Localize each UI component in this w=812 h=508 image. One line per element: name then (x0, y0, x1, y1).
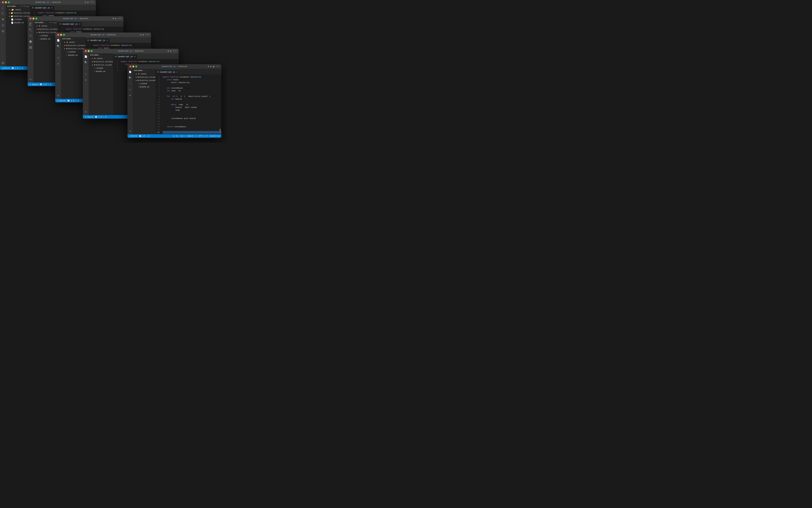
git-icon-2[interactable] (29, 34, 33, 38)
extensions-icon-5[interactable]: ⊞ (128, 93, 132, 97)
files-icon-2[interactable] (29, 22, 33, 26)
tab-close-2[interactable]: × (79, 23, 80, 26)
files-icon-5[interactable]: 📄 (128, 70, 132, 74)
branch-status-4[interactable]: ⎇ master (84, 116, 94, 118)
play-icon-5[interactable]: ▶ (210, 65, 212, 68)
tree-item-textmate[interactable]: ▶ 📁 Nineties_textmate (6, 11, 30, 15)
play-icon-2[interactable]: ▶ (115, 17, 116, 20)
settings-icon-3[interactable]: ⚙ (56, 94, 60, 97)
split-icon-4[interactable]: ⊞ (168, 50, 169, 52)
close-button[interactable] (2, 1, 4, 3)
tab-close-3[interactable]: × (106, 39, 108, 42)
tree-item-license-3[interactable]: □ LICENSE (61, 50, 85, 54)
warnings-status[interactable]: ⚠ 0 (20, 67, 23, 69)
refresh-icon[interactable]: ↻ (26, 5, 27, 8)
extensions-icon[interactable] (1, 29, 5, 33)
sync-status-2[interactable]: 🔄 (40, 83, 42, 85)
branch-status-5[interactable]: ⎇ master (129, 135, 138, 137)
split-icon-2[interactable]: ⊞ (112, 17, 114, 20)
menu-icon-4[interactable]: ••• (173, 50, 177, 52)
new-folder-icon[interactable]: □+ (22, 5, 25, 8)
tree-item-media-4[interactable]: ▶ ■ .media (89, 57, 113, 60)
maximize-button-4[interactable] (91, 50, 93, 52)
minimize-button-2[interactable] (33, 17, 35, 19)
git-icon-4[interactable]: ⑂ (84, 66, 88, 70)
search-icon-3[interactable]: 🔍 (56, 44, 60, 48)
debug-icon-3[interactable]: ⬡ (56, 56, 60, 60)
new-file-icon[interactable]: + (20, 5, 22, 8)
menu-icon-2[interactable]: ••• (118, 17, 122, 20)
minimize-button-4[interactable] (88, 50, 90, 52)
tab-js-1[interactable]: JS JavaScript.js × (30, 5, 54, 10)
maximize-button-2[interactable] (35, 17, 37, 19)
debug-icon-4[interactable]: ⬡ (84, 72, 88, 76)
play-icon-3[interactable]: ▶ (143, 34, 144, 36)
tab-close-1[interactable]: × (51, 7, 53, 9)
sync-status-5[interactable]: 🔄 (139, 135, 141, 137)
errors-status[interactable]: ⊘ 0 (15, 67, 18, 69)
git-icon[interactable] (1, 17, 5, 22)
errors-status-5[interactable]: ⊘ 0 (143, 135, 145, 137)
tab-close-4[interactable]: × (134, 55, 135, 58)
tab-js-3[interactable]: JS JavaScript.js × (85, 38, 110, 43)
tree-item-license-4[interactable]: □ LICENSE (89, 67, 113, 70)
maximize-button-5[interactable] (135, 66, 137, 68)
tree-item-readme-3[interactable]: □ README.md (61, 54, 85, 57)
minimize-button-3[interactable] (60, 34, 62, 36)
settings-icon-4[interactable]: ⚙ (84, 110, 88, 114)
settings-icon[interactable] (1, 61, 5, 65)
split-icon[interactable]: ⊞ (85, 1, 86, 4)
search-icon[interactable] (1, 12, 5, 15)
collapse-icon[interactable]: ⊟ (28, 5, 29, 8)
tree-item-vscode[interactable]: ▶ 📁 Nineties_vscode (6, 15, 30, 18)
tab-close-5[interactable]: × (177, 71, 178, 74)
warnings-status-4[interactable]: ⚠ 0 (103, 116, 106, 118)
branch-status[interactable]: ⎇ master (1, 67, 10, 69)
git-icon-3[interactable]: ⑂ (56, 50, 60, 54)
tree-item-textmate-2[interactable]: ▶ ■ Nineties_textmate (34, 28, 58, 31)
errors-status-2[interactable]: ⊘ 0 (43, 83, 47, 85)
tab-js-5[interactable]: JS JavaScript.js × (155, 70, 180, 75)
search-icon-4[interactable]: 🔍 (84, 60, 88, 65)
sync-status-4[interactable]: 🔄 (95, 116, 97, 118)
tree-item-media[interactable]: ▶ 📁 .media (6, 8, 30, 11)
minimize-button[interactable] (5, 1, 7, 3)
tab-js-4[interactable]: JS JavaScript.js × (113, 54, 137, 59)
settings-icon-5[interactable]: ⚙ (128, 129, 132, 133)
extensions-icon-4[interactable]: ⊞ (84, 78, 88, 82)
warnings-status-2[interactable]: ⚠ 0 (48, 83, 51, 85)
menu-icon[interactable]: ••• (90, 1, 94, 4)
tree-item-textmate-4[interactable]: ▶ ■ Nineties_textmate (89, 60, 113, 64)
status-lang-5[interactable]: JavaScript (209, 135, 220, 137)
tree-item-textmate-3[interactable]: ▶ ■ Nineties_textmate (61, 44, 85, 47)
new-file-icon-2[interactable]: + (50, 22, 51, 24)
debug-icon-2[interactable] (29, 40, 33, 44)
files-icon[interactable] (1, 6, 5, 10)
search-icon-2[interactable] (29, 28, 33, 32)
warnings-status-3[interactable]: ⚠ 0 (76, 99, 79, 102)
errors-status-3[interactable]: ⊘ 0 (71, 99, 74, 102)
extensions-icon-3[interactable]: ⊞ (56, 62, 60, 66)
collapse-icon-2[interactable]: ⊟ (55, 22, 56, 24)
layout-icon-5[interactable]: ▣ (213, 65, 214, 68)
warnings-status-5[interactable]: ⚠ 0 (147, 135, 149, 137)
errors-status-4[interactable]: ⊘ 0 (99, 116, 102, 118)
tree-item-readme[interactable]: 📄 README.md (6, 21, 30, 25)
debug-icon-5[interactable]: ⬡ (128, 88, 132, 91)
tree-item-vscode-2[interactable]: ▶ ■ Nineties_vscode (34, 31, 58, 34)
tree-item-media-2[interactable]: ▶ ■ .media (34, 25, 58, 28)
new-folder-icon-2[interactable]: □ (51, 22, 53, 24)
scrollbar-thumb-5[interactable] (220, 129, 221, 134)
play-icon-4[interactable]: ▶ (171, 50, 172, 52)
tree-item-readme-2[interactable]: □ README.md (34, 37, 58, 41)
search-icon-5[interactable]: 🔍 (128, 76, 132, 80)
git-icon-5[interactable]: ⑂ (128, 82, 132, 86)
files-icon-4[interactable]: 📄 (84, 55, 88, 58)
sync-status-3[interactable]: 🔄 (67, 99, 70, 102)
close-button-5[interactable] (130, 66, 131, 68)
close-button-4[interactable] (85, 50, 87, 52)
tree-item-license[interactable]: 📄 LICENSE (6, 18, 30, 21)
tree-item-vscode-5[interactable]: ▶ ■ Nineties_vscode (133, 79, 155, 82)
close-button-2[interactable] (30, 17, 32, 19)
split-icon-5[interactable]: ⊞ (208, 65, 209, 68)
